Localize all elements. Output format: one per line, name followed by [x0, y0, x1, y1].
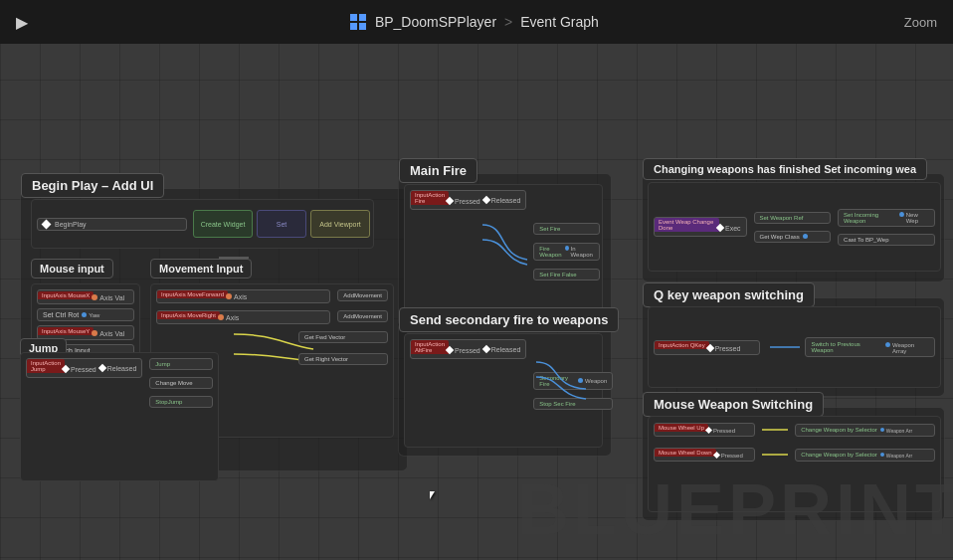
secondary-fire-group: Send secondary fire to weapons InputActi… — [398, 322, 612, 457]
main-fire-group: Main Fire InputAction Fire Pressed Relea… — [398, 173, 612, 327]
jump-node3: Change Move — [149, 377, 213, 389]
secondary-fire-label: Send secondary fire to weapons — [399, 307, 619, 332]
q-key-group: Q key weapon switching InputAction QKey … — [642, 297, 945, 397]
mouse-input-node2: Set Ctrl Rot Yaw — [37, 308, 134, 321]
breadcrumb: BP_DoomSPPlayer > Event Graph — [44, 13, 904, 31]
blueprint-canvas[interactable]: Begin Play – Add UI BeginPlay Create Wid… — [0, 44, 953, 560]
mouse-weapon-cluster: Mouse Wheel Up Pressed Change Weapon by … — [648, 416, 941, 512]
main-fire-cluster: InputAction Fire Pressed Released — [404, 184, 603, 318]
svg-rect-1 — [359, 14, 366, 21]
mouse-input-label: Mouse input — [31, 259, 113, 279]
begin-play-node: BeginPlay — [37, 218, 187, 231]
main-fire-label: Main Fire — [399, 158, 477, 183]
breadcrumb-separator: > — [504, 14, 512, 30]
cw-node1: Event Weap Change Done Exec — [654, 217, 747, 237]
blueprint-icon — [349, 13, 367, 31]
blueprint-name: BP_DoomSPPlayer — [375, 14, 496, 30]
cw-node3: Get Wep Class — [754, 231, 832, 243]
jump-cluster: InputAction Jump Pressed Released Jump C… — [20, 352, 219, 481]
mw-node4: Change Weapon by Selector Weapon Arr — [795, 449, 935, 462]
q-node1: InputAction QKey Pressed — [654, 340, 760, 355]
movement-node6: Get Right Vector — [298, 353, 388, 365]
svg-rect-3 — [359, 23, 366, 30]
movement-node5: Get Fwd Vector — [298, 331, 388, 343]
cw-node4: Set Incoming Weapon New Wep — [838, 209, 935, 227]
cw-node2: Set Weapon Ref — [754, 212, 832, 224]
movement-input-label: Movement Input — [150, 259, 252, 279]
jump-group: Jump InputAction Jump Pressed Released — [20, 352, 234, 491]
begin-play-cluster: BeginPlay Create Widget Set Add Viewport — [31, 199, 374, 249]
changing-weapons-group: Changing weapons has finished Set incomi… — [642, 173, 945, 282]
jump-node4: StopJump — [149, 396, 213, 408]
q-key-cluster: InputAction QKey Pressed Switch to Previ… — [648, 306, 941, 388]
topbar: ▶ BP_DoomSPPlayer > Event Graph Zoom — [0, 0, 953, 44]
mw-node1: Mouse Wheel Up Pressed — [654, 423, 755, 437]
zoom-control[interactable]: Zoom — [904, 15, 937, 30]
mw-node3: Mouse Wheel Down Pressed — [654, 448, 755, 462]
mouse-cursor — [430, 491, 442, 503]
begin-play-label: Begin Play – Add UI — [21, 173, 164, 198]
svg-rect-0 — [350, 14, 357, 21]
q-node2: Switch to Previous Weapon Weapon Array — [805, 337, 935, 357]
graph-name: Event Graph — [520, 14, 599, 30]
svg-rect-2 — [350, 23, 357, 30]
q-key-label: Q key weapon switching — [643, 282, 815, 307]
back-button[interactable]: ▶ — [16, 13, 28, 32]
secondary-fire-node1: InputAction AltFire Pressed Released — [410, 339, 526, 359]
movement-node2: AddMovement — [337, 289, 388, 301]
mouse-weapon-label: Mouse Weapon Switching — [643, 392, 824, 417]
jump-node1: InputAction Jump Pressed Released — [26, 358, 142, 378]
cw-node5: Cast To BP_Wep — [838, 234, 935, 246]
mouse-weapon-group: Mouse Weapon Switching Mouse Wheel Up Pr… — [642, 407, 945, 521]
mouse-input-node1: InputAxis MouseX Axis Val — [37, 289, 134, 304]
secondary-fire-cluster: InputAction AltFire Pressed Released — [404, 333, 603, 448]
changing-weapons-label: Changing weapons has finished Set incomi… — [643, 158, 927, 180]
movement-node4: AddMovement — [337, 310, 388, 322]
jump-node2: Jump — [149, 358, 213, 370]
movement-node1: InputAxis MoveForward Axis — [156, 289, 330, 303]
mw-node2: Change Weapon by Selector Weapon Arr — [795, 424, 935, 437]
changing-weapons-cluster: Event Weap Change Done Exec Set Weapon R… — [648, 182, 941, 272]
movement-node3: InputAxis MoveRight Axis — [156, 310, 330, 324]
